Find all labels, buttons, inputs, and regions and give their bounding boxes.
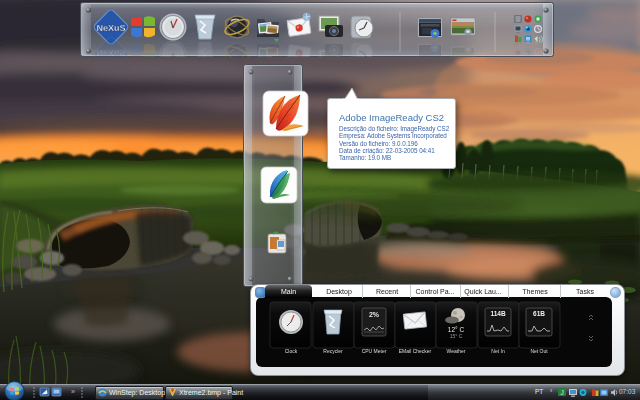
svg-text:Net In: Net In (491, 348, 505, 354)
svg-text:Weather: Weather (447, 348, 466, 354)
svg-text:Net Out: Net Out (530, 348, 548, 354)
svg-text:15° C: 15° C (450, 333, 463, 339)
svg-text:114B: 114B (490, 310, 505, 317)
svg-text:12° C: 12° C (448, 326, 465, 333)
svg-text:CPU Meter: CPU Meter (362, 348, 387, 354)
svg-text:Clock: Clock (285, 348, 298, 354)
svg-text:61B: 61B (533, 310, 545, 317)
svg-text:Recycler: Recycler (323, 348, 343, 354)
svg-text:»: » (71, 388, 75, 395)
svg-text:NeXuS: NeXuS (96, 23, 125, 33)
svg-text:EMail Checker: EMail Checker (399, 348, 432, 354)
svg-text:2%: 2% (369, 311, 380, 318)
svg-text:J: J (560, 389, 563, 396)
